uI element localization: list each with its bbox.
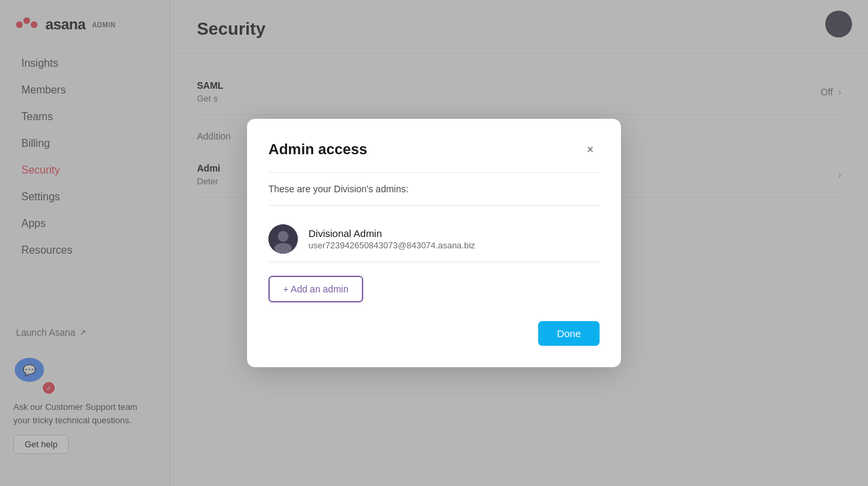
admin-avatar-image <box>268 224 298 254</box>
modal-divider-top <box>268 172 600 173</box>
admin-name: Divisional Admin <box>308 228 475 239</box>
admin-info: Divisional Admin user723942650843073@843… <box>308 228 475 250</box>
modal-close-button[interactable]: × <box>581 140 600 159</box>
modal-footer: Done <box>268 321 600 346</box>
modal-header: Admin access × <box>268 140 600 159</box>
done-button[interactable]: Done <box>538 321 600 346</box>
modal-title: Admin access <box>268 141 367 158</box>
admin-row: Divisional Admin user723942650843073@843… <box>268 216 600 262</box>
modal-subtitle: These are your Division's admins: <box>268 184 600 194</box>
svg-point-3 <box>278 231 288 242</box>
admin-avatar <box>268 224 298 254</box>
modal-divider-mid <box>268 205 600 206</box>
admin-access-modal: Admin access × These are your Division's… <box>247 119 621 367</box>
svg-point-4 <box>274 243 292 254</box>
admin-email: user723942650843073@843074.asana.biz <box>308 240 475 250</box>
add-admin-button[interactable]: + Add an admin <box>268 276 363 302</box>
